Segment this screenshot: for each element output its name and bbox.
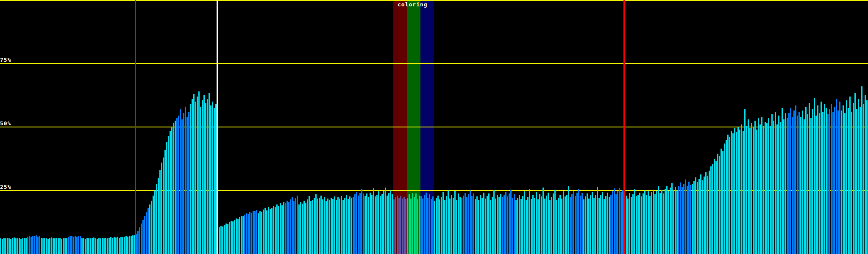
bar	[763, 126, 764, 254]
bar	[695, 177, 696, 254]
bar	[214, 108, 215, 254]
bar	[795, 105, 796, 254]
bar	[714, 159, 715, 254]
bar	[507, 196, 508, 254]
bar	[807, 114, 808, 254]
bar	[407, 198, 408, 254]
bar	[697, 182, 698, 254]
bar	[253, 211, 254, 254]
bar	[78, 236, 79, 254]
grid-line-75	[0, 63, 868, 64]
bar	[36, 235, 37, 254]
bar	[181, 119, 183, 254]
bar	[359, 193, 361, 254]
bar	[410, 199, 412, 254]
bar	[741, 124, 742, 254]
bar	[565, 196, 566, 254]
bar	[551, 197, 552, 254]
bar	[2, 239, 3, 254]
bar	[819, 113, 820, 254]
bar	[39, 236, 40, 254]
bar	[749, 128, 751, 254]
bar	[843, 105, 844, 254]
bar	[278, 206, 279, 254]
bar	[646, 195, 647, 254]
bar	[337, 197, 339, 254]
bar	[468, 194, 469, 254]
bar	[692, 184, 693, 254]
bar	[734, 128, 735, 254]
bar	[397, 196, 398, 254]
bar	[381, 194, 383, 254]
bar	[415, 193, 417, 254]
bar	[393, 199, 395, 254]
bar	[588, 199, 590, 254]
bar	[342, 200, 344, 254]
bar	[358, 196, 359, 254]
bar	[748, 119, 749, 254]
bar	[639, 193, 640, 254]
bar	[298, 204, 300, 254]
bar	[5, 238, 6, 254]
bar	[120, 237, 122, 254]
bar	[441, 197, 442, 254]
bar	[310, 201, 312, 254]
bar	[812, 109, 813, 254]
bar	[314, 198, 315, 254]
bar	[147, 208, 149, 254]
bar	[673, 190, 674, 254]
bar	[100, 238, 101, 254]
coloring-phase-label: coloring	[398, 2, 428, 8]
bar	[670, 188, 671, 254]
bar	[800, 117, 801, 254]
bar	[322, 199, 323, 254]
bar	[266, 210, 267, 254]
bar	[754, 121, 756, 254]
bar	[614, 188, 615, 254]
bar	[683, 184, 684, 254]
bar	[634, 189, 635, 254]
bar	[481, 198, 483, 254]
bar	[782, 108, 783, 254]
bar	[166, 142, 167, 254]
bar	[422, 199, 423, 254]
bar	[766, 123, 768, 254]
bar	[612, 191, 613, 254]
bar	[705, 172, 707, 254]
bar	[76, 237, 78, 254]
bar	[259, 211, 261, 254]
bar	[154, 190, 156, 254]
bar	[107, 238, 108, 254]
bar	[303, 201, 305, 254]
bar	[722, 151, 723, 254]
bar	[131, 236, 132, 254]
bar	[46, 238, 47, 254]
bar	[846, 100, 847, 254]
bar	[844, 113, 846, 254]
bar	[41, 238, 42, 254]
bar	[302, 204, 303, 254]
bar	[403, 197, 405, 254]
bar	[171, 127, 172, 254]
bar	[831, 104, 832, 254]
bar	[609, 197, 610, 254]
bar	[146, 212, 147, 254]
bar	[687, 186, 688, 254]
bar	[610, 195, 612, 254]
bar	[124, 237, 125, 254]
bar	[810, 118, 812, 254]
bar	[542, 188, 544, 254]
bar	[125, 236, 127, 254]
bar	[387, 196, 388, 254]
bar	[290, 199, 291, 254]
bar	[10, 239, 11, 254]
bar	[541, 196, 542, 254]
bar	[465, 193, 466, 254]
bar	[405, 199, 406, 254]
bar	[164, 150, 166, 254]
bar	[731, 131, 732, 254]
bar	[663, 193, 664, 254]
bar	[139, 227, 140, 254]
bar	[163, 157, 164, 254]
bar	[205, 103, 206, 254]
